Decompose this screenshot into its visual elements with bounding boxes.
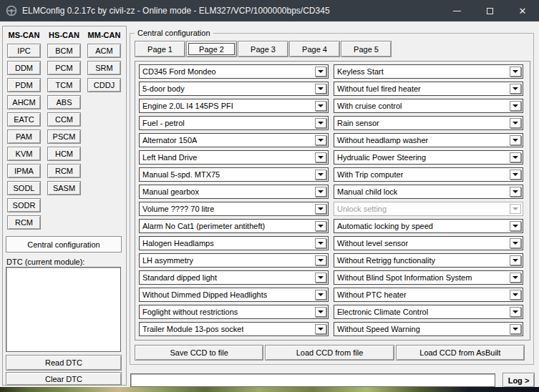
config-dropdown-left-8[interactable]: Manual gearbox [139, 185, 329, 199]
config-dropdown-right-7[interactable]: With Trip computer [334, 167, 523, 182]
chevron-down-icon[interactable] [315, 101, 326, 111]
chevron-down-icon[interactable] [315, 84, 326, 94]
module-button-hs-can-sasm[interactable]: SASM [47, 181, 81, 195]
chevron-down-icon[interactable] [510, 273, 521, 283]
config-dropdown-left-1[interactable]: CD345 Ford Mondeo [139, 64, 329, 79]
module-button-ms-can-eatc[interactable]: EATC [7, 112, 41, 127]
config-dropdown-left-15[interactable]: Foglight without restrictions [139, 305, 329, 319]
module-button-ms-can-rcm[interactable]: RCM [7, 215, 41, 230]
config-dropdown-right-16[interactable]: Without Speed Warning [334, 322, 523, 336]
close-button[interactable]: ✕ [506, 0, 539, 21]
config-dropdown-left-13[interactable]: Standard dipped light [139, 270, 329, 285]
config-dropdown-right-14[interactable]: Without PTC heater [334, 288, 523, 302]
module-button-hs-can-rcm[interactable]: RCM [47, 164, 81, 178]
config-dropdown-left-11[interactable]: Halogen Headlamps [139, 236, 329, 250]
chevron-down-icon[interactable] [510, 118, 521, 128]
chevron-down-icon[interactable] [315, 238, 326, 248]
maximize-button[interactable] [473, 0, 506, 21]
chevron-down-icon[interactable] [315, 290, 326, 300]
load-ccd-asbuilt-button[interactable]: Load CCD from AsBuilt [396, 345, 525, 361]
read-dtc-button[interactable]: Read DTC [6, 355, 122, 371]
chevron-down-icon[interactable] [315, 170, 326, 180]
chevron-down-icon[interactable] [315, 255, 326, 265]
config-dropdown-left-14[interactable]: Without Dimmed Dipped Headlights [139, 288, 329, 302]
module-button-hs-can-bcm[interactable]: BCM [47, 44, 81, 58]
config-dropdown-right-6[interactable]: Hydrualic Power Steering [334, 150, 523, 165]
module-button-hs-can-abs[interactable]: ABS [47, 95, 81, 109]
log-button[interactable]: Log > [502, 373, 535, 388]
chevron-down-icon[interactable] [510, 187, 521, 197]
config-dropdown-right-4[interactable]: Rain sensor [334, 116, 523, 130]
config-dropdown-right-9[interactable]: Unlock setting [334, 202, 523, 216]
clear-dtc-button[interactable]: Clear DTC [6, 372, 122, 386]
chevron-down-icon[interactable] [510, 204, 521, 214]
tab-page-2[interactable]: Page 2 [186, 41, 237, 57]
config-dropdown-left-2[interactable]: 5-door body [139, 82, 329, 96]
load-ccd-file-button[interactable]: Load CCD from file [265, 345, 394, 361]
module-button-ms-can-ddm[interactable]: DDM [7, 61, 41, 75]
module-button-mm-can-srm[interactable]: SRM [87, 61, 121, 75]
chevron-down-icon[interactable] [315, 221, 326, 231]
module-button-ms-can-sodl[interactable]: SODL [7, 181, 41, 195]
module-button-mm-can-acm[interactable]: ACM [87, 44, 121, 58]
chevron-down-icon[interactable] [315, 307, 326, 317]
chevron-down-icon[interactable] [315, 135, 326, 145]
tab-page-4[interactable]: Page 4 [289, 41, 340, 57]
module-button-hs-can-ccm[interactable]: CCM [47, 112, 81, 127]
chevron-down-icon[interactable] [510, 135, 521, 145]
module-button-ms-can-pdm[interactable]: PDM [7, 78, 41, 92]
tab-page-5[interactable]: Page 5 [341, 41, 392, 57]
config-dropdown-right-10[interactable]: Automatic locking by speed [334, 219, 523, 233]
chevron-down-icon[interactable] [315, 67, 326, 77]
config-dropdown-right-8[interactable]: Manual child lock [334, 185, 523, 199]
module-button-hs-can-hcm[interactable]: HCM [47, 147, 81, 161]
module-button-hs-can-pscm[interactable]: PSCM [47, 129, 81, 144]
chevron-down-icon[interactable] [315, 324, 326, 334]
chevron-down-icon[interactable] [510, 324, 521, 334]
config-dropdown-left-7[interactable]: Manual 5-spd. MTX75 [139, 167, 329, 182]
module-button-mm-can-cddj[interactable]: CDDJ [87, 78, 121, 92]
chevron-down-icon[interactable] [510, 170, 521, 180]
chevron-down-icon[interactable] [315, 273, 326, 283]
module-button-ms-can-ipc[interactable]: IPC [7, 44, 41, 58]
central-configuration-button[interactable]: Central configuration [6, 236, 122, 253]
config-dropdown-right-12[interactable]: Without Retrigg functionality [334, 253, 523, 268]
chevron-down-icon[interactable] [510, 84, 521, 94]
config-dropdown-right-5[interactable]: Without headlamp washer [334, 133, 523, 147]
chevron-down-icon[interactable] [510, 238, 521, 248]
config-dropdown-left-9[interactable]: Volume ???? 70 litre [139, 202, 329, 216]
module-button-ms-can-ahcm[interactable]: AHCM [7, 95, 41, 109]
minimize-button[interactable] [440, 0, 473, 21]
config-dropdown-left-12[interactable]: LH asymmetry [139, 253, 329, 268]
chevron-down-icon[interactable] [510, 67, 521, 77]
module-button-ms-can-kvm[interactable]: KVM [7, 147, 41, 161]
config-dropdown-left-5[interactable]: Alternator 150A [139, 133, 329, 147]
config-dropdown-left-4[interactable]: Fuel - petrol [139, 116, 329, 130]
chevron-down-icon[interactable] [510, 290, 521, 300]
chevron-down-icon[interactable] [315, 152, 326, 162]
module-button-hs-can-tcm[interactable]: TCM [47, 78, 81, 92]
config-dropdown-right-15[interactable]: Electronic Climate Control [334, 305, 523, 319]
config-dropdown-left-6[interactable]: Left Hand Drive [139, 150, 329, 165]
chevron-down-icon[interactable] [510, 101, 521, 111]
config-dropdown-left-3[interactable]: Engine 2.0L I4 145PS PFI [139, 99, 329, 113]
tab-page-3[interactable]: Page 3 [238, 41, 288, 57]
chevron-down-icon[interactable] [315, 118, 326, 128]
config-dropdown-right-2[interactable]: Without fuel fired heater [334, 82, 523, 96]
module-button-hs-can-pcm[interactable]: PCM [47, 61, 81, 75]
module-button-ms-can-pam[interactable]: PAM [7, 129, 41, 144]
save-ccd-button[interactable]: Save CCD to file [135, 345, 263, 361]
chevron-down-icon[interactable] [510, 152, 521, 162]
dtc-list[interactable] [6, 267, 121, 352]
config-dropdown-right-1[interactable]: Keyless Start [334, 64, 523, 79]
config-dropdown-right-3[interactable]: With cruise control [334, 99, 523, 113]
config-dropdown-left-16[interactable]: Trailer Module 13-pos socket [139, 322, 329, 336]
tab-page-1[interactable]: Page 1 [135, 41, 185, 57]
log-input[interactable] [130, 373, 495, 387]
config-dropdown-right-13[interactable]: Without Blind Spot Information System [334, 270, 523, 285]
config-dropdown-left-10[interactable]: Alarm No Cat1 (perimeter antitheft) [139, 219, 329, 233]
chevron-down-icon[interactable] [510, 307, 521, 317]
module-button-ms-can-ipma[interactable]: IPMA [7, 164, 41, 178]
config-dropdown-right-11[interactable]: Without level sensor [334, 236, 523, 250]
chevron-down-icon[interactable] [510, 255, 521, 265]
